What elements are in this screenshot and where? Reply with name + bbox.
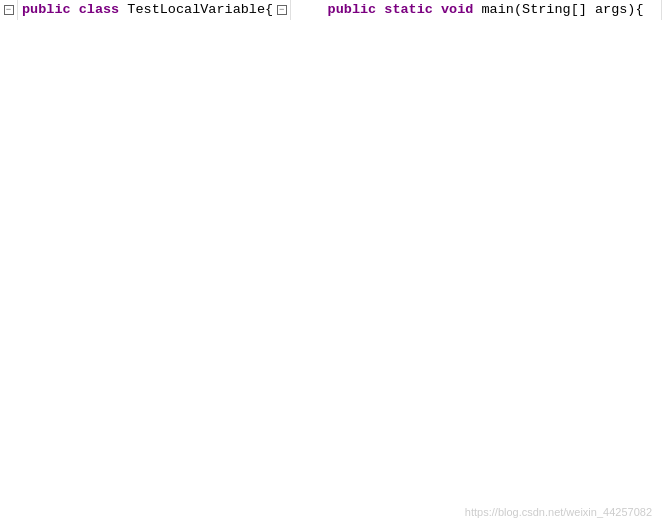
- token-kw: public: [328, 0, 377, 20]
- token-normal: TestLocalVariable{: [119, 0, 273, 20]
- token-normal: [376, 0, 384, 20]
- token-normal: main(String[] args){: [473, 0, 643, 20]
- line-3: [644, 0, 662, 526]
- gutter-cell-1: −: [0, 0, 18, 20]
- token-kw: class: [79, 0, 120, 20]
- token-normal: [433, 0, 441, 20]
- token-kw: void: [441, 0, 473, 20]
- token-kw: static: [384, 0, 433, 20]
- token-kw: public: [22, 0, 71, 20]
- code-line-2: public static void main(String[] args){: [291, 0, 643, 20]
- gutter-cell-3: [644, 0, 662, 20]
- line-2: − public static void main(String[] args)…: [273, 0, 643, 526]
- token-normal: [295, 0, 327, 20]
- code-editor: −public class TestLocalVariable{− public…: [0, 0, 662, 526]
- line-1: −public class TestLocalVariable{: [0, 0, 273, 526]
- gutter-cell-2: −: [273, 0, 291, 20]
- code-line-1: public class TestLocalVariable{: [18, 0, 273, 20]
- expand-icon[interactable]: −: [277, 5, 287, 15]
- token-normal: [71, 0, 79, 20]
- watermark: https://blog.csdn.net/weixin_44257082: [465, 506, 652, 518]
- expand-icon[interactable]: −: [4, 5, 14, 15]
- code-area: −public class TestLocalVariable{− public…: [0, 0, 662, 526]
